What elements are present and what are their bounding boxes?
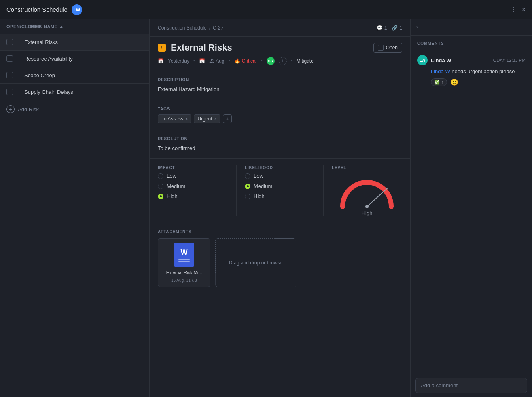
description-section: DESCRIPTION External Hazard Mitigation bbox=[150, 71, 410, 100]
close-button[interactable]: × bbox=[522, 6, 526, 13]
attachment-file-icon: W bbox=[174, 243, 194, 267]
add-assignee-button[interactable]: + bbox=[279, 57, 287, 65]
add-tag-button[interactable]: + bbox=[223, 114, 232, 123]
main-layout: OPEN/CLOSED RISK NAME ▲ External Risks R… bbox=[0, 19, 532, 397]
breadcrumb-item: C-27 bbox=[213, 25, 223, 31]
impact-high[interactable]: High bbox=[158, 193, 228, 199]
risk-row[interactable]: Scope Creep bbox=[0, 67, 149, 84]
tag-0[interactable]: To Assess × bbox=[158, 114, 191, 123]
attachment-name: External Risk Mi... bbox=[166, 270, 202, 275]
svg-line-0 bbox=[367, 188, 387, 207]
calendar2-icon: 📅 bbox=[199, 58, 205, 64]
link-icon: 🔗 bbox=[392, 25, 398, 31]
status-label: Open bbox=[386, 45, 398, 51]
comment-time-0: TODAY 12:33 PM bbox=[490, 58, 526, 63]
impact-low[interactable]: Low bbox=[158, 173, 228, 179]
more-button[interactable]: ⋮ bbox=[511, 6, 517, 13]
link-count-group: 🔗 1 bbox=[392, 25, 402, 31]
drop-zone[interactable]: Drag and drop or browse bbox=[215, 238, 296, 287]
reaction-emoji: ✅ bbox=[434, 80, 440, 85]
likelihood-label: LIKELIHOOD bbox=[245, 165, 315, 170]
critical-badge: 🔥 Critical bbox=[234, 58, 257, 64]
description-label: DESCRIPTION bbox=[158, 78, 402, 82]
response-label: Mitigate bbox=[297, 58, 314, 64]
likelihood-low-radio[interactable] bbox=[245, 173, 250, 179]
svg-point-1 bbox=[365, 205, 369, 208]
description-text: External Hazard Mitigation bbox=[158, 85, 402, 93]
tag-close-1[interactable]: × bbox=[214, 116, 217, 121]
risk-checkbox-2[interactable] bbox=[6, 72, 13, 78]
gauge-svg bbox=[339, 176, 395, 209]
impact-medium-label: Medium bbox=[167, 183, 185, 189]
likelihood-low[interactable]: Low bbox=[245, 173, 315, 179]
comments-body: LW Linda W TODAY 12:33 PM Linda W needs … bbox=[411, 49, 532, 374]
attachment-item[interactable]: W External Risk Mi... 16 Aug, 11 KB bbox=[158, 238, 210, 287]
app-title: Construction Schedule bbox=[6, 6, 68, 13]
comment-text-0: Linda W needs urgent action please bbox=[417, 68, 526, 75]
level-label: LEVEL bbox=[332, 165, 402, 170]
impact-low-radio[interactable] bbox=[158, 173, 163, 179]
risk-assessment-row: IMPACT Low Medium High bbox=[150, 159, 410, 223]
risk-title: External Risks bbox=[171, 42, 369, 53]
gauge-container: High bbox=[332, 173, 402, 216]
comment-count: 1 bbox=[384, 25, 387, 31]
risk-checkbox-3[interactable] bbox=[6, 89, 13, 95]
tag-1[interactable]: Urgent × bbox=[194, 114, 220, 123]
link-count: 1 bbox=[399, 25, 402, 31]
drop-zone-label: Drag and drop or browse bbox=[229, 260, 283, 266]
risk-row[interactable]: Supply Chain Delays bbox=[0, 84, 149, 100]
risk-name-2: Scope Creep bbox=[24, 72, 55, 78]
likelihood-medium[interactable]: Medium bbox=[245, 183, 315, 189]
reaction-button-0[interactable]: ✅ 1 bbox=[431, 78, 447, 86]
impact-medium[interactable]: Medium bbox=[158, 183, 228, 189]
priority-label: Critical bbox=[242, 58, 257, 64]
top-bar-left: Construction Schedule LW bbox=[6, 4, 82, 15]
detail-header: Construction Schedule / C-27 💬 1 🔗 1 bbox=[150, 19, 410, 37]
impact-high-radio[interactable] bbox=[158, 194, 163, 199]
likelihood-medium-radio[interactable] bbox=[245, 184, 250, 189]
top-bar-right: ⋮ × bbox=[511, 6, 526, 13]
impact-medium-radio[interactable] bbox=[158, 184, 163, 189]
comment-actions-0: ✅ 1 🙂 bbox=[417, 78, 526, 86]
detail-panel: Construction Schedule / C-27 💬 1 🔗 1 ! E… bbox=[150, 19, 411, 397]
risk-row[interactable]: External Risks bbox=[0, 34, 149, 51]
comments-toggle[interactable]: » bbox=[411, 19, 532, 36]
attachments-row: W External Risk Mi... 16 Aug, 11 KB Drag… bbox=[158, 238, 402, 287]
impact-low-label: Low bbox=[167, 173, 176, 179]
status-badge[interactable]: Open bbox=[373, 43, 402, 53]
plus-circle-icon: + bbox=[6, 105, 15, 113]
risk-title-row: ! External Risks Open bbox=[150, 37, 410, 57]
likelihood-high-radio[interactable] bbox=[245, 194, 250, 199]
tag-close-0[interactable]: × bbox=[185, 116, 188, 121]
risk-row[interactable]: Resource Availability bbox=[0, 51, 149, 67]
risk-checkbox-0[interactable] bbox=[6, 39, 13, 45]
comment-mention: Linda W bbox=[431, 68, 450, 74]
likelihood-radio-group: Low Medium High bbox=[245, 173, 315, 199]
comment-input[interactable] bbox=[415, 378, 527, 393]
risk-checkbox-1[interactable] bbox=[6, 55, 13, 62]
collapse-icon: » bbox=[416, 25, 419, 30]
risk-name-header: RISK NAME bbox=[31, 24, 58, 29]
breadcrumb: Construction Schedule / C-27 bbox=[158, 25, 223, 31]
breadcrumb-project[interactable]: Construction Schedule bbox=[158, 25, 207, 31]
attachment-meta: 16 Aug, 11 KB bbox=[171, 278, 197, 283]
header-icons: 💬 1 🔗 1 bbox=[377, 25, 402, 31]
assignee-avatar: SS bbox=[267, 57, 275, 65]
emoji-button-0[interactable]: 🙂 bbox=[450, 78, 458, 86]
likelihood-high-label: High bbox=[254, 193, 265, 199]
add-risk-button[interactable]: + Add Risk bbox=[0, 100, 149, 118]
resolution-text: To be confirmed bbox=[158, 144, 402, 152]
likelihood-high[interactable]: High bbox=[245, 193, 315, 199]
comments-header: COMMENTS bbox=[411, 36, 532, 49]
tag-label-0: To Assess bbox=[161, 116, 183, 122]
resolution-section: RESOLUTION To be confirmed bbox=[150, 130, 410, 159]
likelihood-medium-label: Medium bbox=[254, 183, 272, 189]
comment-item-0: LW Linda W TODAY 12:33 PM Linda W needs … bbox=[411, 49, 532, 92]
level-col: LEVEL High bbox=[332, 165, 402, 216]
impact-label: IMPACT bbox=[158, 165, 228, 170]
tag-label-1: Urgent bbox=[197, 116, 212, 122]
likelihood-low-label: Low bbox=[254, 173, 263, 179]
user-avatar: LW bbox=[72, 4, 82, 15]
sidebar: OPEN/CLOSED RISK NAME ▲ External Risks R… bbox=[0, 19, 150, 397]
date-created: Yesterday bbox=[168, 58, 189, 64]
